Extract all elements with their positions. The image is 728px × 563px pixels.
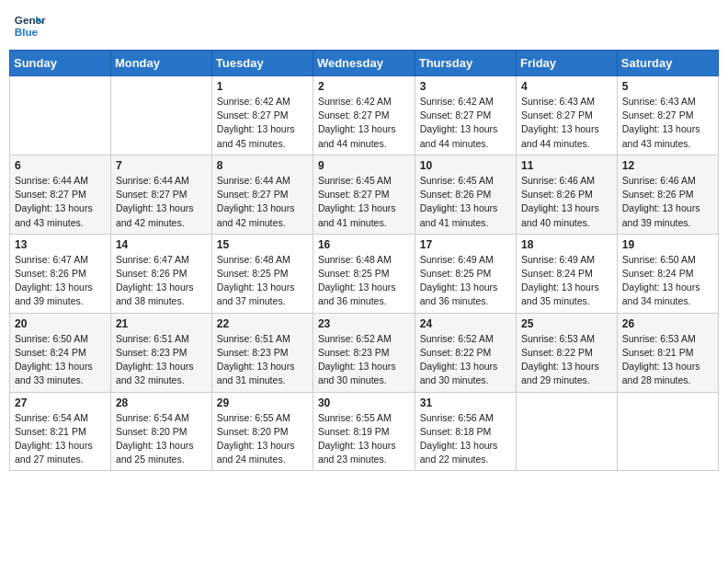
weekday-header-tuesday: Tuesday bbox=[211, 51, 313, 76]
day-number: 16 bbox=[318, 238, 410, 251]
calendar-cell: 12Sunrise: 6:46 AM Sunset: 8:26 PM Dayli… bbox=[617, 155, 718, 234]
cell-content: Sunrise: 6:55 AM Sunset: 8:19 PM Dayligh… bbox=[318, 411, 410, 467]
day-number: 24 bbox=[420, 317, 511, 330]
calendar-cell: 4Sunrise: 6:43 AM Sunset: 8:27 PM Daylig… bbox=[517, 76, 618, 155]
calendar-cell: 19Sunrise: 6:50 AM Sunset: 8:24 PM Dayli… bbox=[617, 234, 718, 313]
calendar-cell: 5Sunrise: 6:43 AM Sunset: 8:27 PM Daylig… bbox=[617, 76, 718, 155]
svg-text:Blue: Blue bbox=[15, 26, 39, 38]
calendar-week-2: 6Sunrise: 6:44 AM Sunset: 8:27 PM Daylig… bbox=[10, 155, 719, 234]
day-number: 21 bbox=[116, 317, 207, 330]
calendar-week-4: 20Sunrise: 6:50 AM Sunset: 8:24 PM Dayli… bbox=[10, 313, 719, 392]
day-number: 13 bbox=[15, 238, 106, 251]
cell-content: Sunrise: 6:44 AM Sunset: 8:27 PM Dayligh… bbox=[217, 174, 308, 230]
cell-content: Sunrise: 6:49 AM Sunset: 8:25 PM Dayligh… bbox=[420, 253, 511, 309]
cell-content: Sunrise: 6:48 AM Sunset: 8:25 PM Dayligh… bbox=[318, 253, 410, 309]
day-number: 7 bbox=[116, 159, 207, 172]
cell-content: Sunrise: 6:55 AM Sunset: 8:20 PM Dayligh… bbox=[217, 411, 308, 467]
calendar-week-1: 1Sunrise: 6:42 AM Sunset: 8:27 PM Daylig… bbox=[10, 76, 719, 155]
day-number: 14 bbox=[116, 238, 207, 251]
day-number: 6 bbox=[15, 159, 106, 172]
calendar-cell: 29Sunrise: 6:55 AM Sunset: 8:20 PM Dayli… bbox=[211, 392, 313, 471]
cell-content: Sunrise: 6:54 AM Sunset: 8:21 PM Dayligh… bbox=[15, 411, 106, 467]
day-number: 3 bbox=[420, 80, 511, 93]
calendar-cell bbox=[517, 392, 618, 471]
calendar-cell: 25Sunrise: 6:53 AM Sunset: 8:22 PM Dayli… bbox=[517, 313, 618, 392]
cell-content: Sunrise: 6:49 AM Sunset: 8:24 PM Dayligh… bbox=[521, 253, 612, 309]
calendar-cell: 16Sunrise: 6:48 AM Sunset: 8:25 PM Dayli… bbox=[313, 234, 415, 313]
day-number: 10 bbox=[420, 159, 511, 172]
cell-content: Sunrise: 6:44 AM Sunset: 8:27 PM Dayligh… bbox=[15, 174, 106, 230]
calendar-cell: 27Sunrise: 6:54 AM Sunset: 8:21 PM Dayli… bbox=[10, 392, 111, 471]
cell-content: Sunrise: 6:50 AM Sunset: 8:24 PM Dayligh… bbox=[15, 332, 106, 388]
day-number: 12 bbox=[622, 159, 713, 172]
cell-content: Sunrise: 6:42 AM Sunset: 8:27 PM Dayligh… bbox=[318, 95, 410, 151]
calendar-cell: 21Sunrise: 6:51 AM Sunset: 8:23 PM Dayli… bbox=[110, 313, 211, 392]
calendar-cell bbox=[617, 392, 718, 471]
cell-content: Sunrise: 6:43 AM Sunset: 8:27 PM Dayligh… bbox=[622, 95, 713, 151]
calendar-cell bbox=[110, 76, 211, 155]
day-number: 9 bbox=[318, 159, 410, 172]
calendar-cell: 11Sunrise: 6:46 AM Sunset: 8:26 PM Dayli… bbox=[517, 155, 618, 234]
page-header: General Blue bbox=[9, 9, 719, 42]
calendar-cell: 23Sunrise: 6:52 AM Sunset: 8:23 PM Dayli… bbox=[313, 313, 415, 392]
day-number: 29 bbox=[217, 396, 308, 409]
day-number: 28 bbox=[116, 396, 207, 409]
day-number: 17 bbox=[420, 238, 511, 251]
day-number: 11 bbox=[521, 159, 612, 172]
cell-content: Sunrise: 6:54 AM Sunset: 8:20 PM Dayligh… bbox=[116, 411, 207, 467]
cell-content: Sunrise: 6:47 AM Sunset: 8:26 PM Dayligh… bbox=[116, 253, 207, 309]
calendar-cell: 28Sunrise: 6:54 AM Sunset: 8:20 PM Dayli… bbox=[110, 392, 211, 471]
cell-content: Sunrise: 6:51 AM Sunset: 8:23 PM Dayligh… bbox=[217, 332, 308, 388]
weekday-header-thursday: Thursday bbox=[415, 51, 516, 76]
weekday-header-friday: Friday bbox=[517, 51, 618, 76]
day-number: 4 bbox=[521, 80, 612, 93]
cell-content: Sunrise: 6:46 AM Sunset: 8:26 PM Dayligh… bbox=[622, 174, 713, 230]
calendar-cell: 26Sunrise: 6:53 AM Sunset: 8:21 PM Dayli… bbox=[617, 313, 718, 392]
day-number: 23 bbox=[318, 317, 410, 330]
day-number: 2 bbox=[318, 80, 410, 93]
weekday-header-monday: Monday bbox=[110, 51, 211, 76]
calendar-cell: 14Sunrise: 6:47 AM Sunset: 8:26 PM Dayli… bbox=[110, 234, 211, 313]
calendar-cell: 8Sunrise: 6:44 AM Sunset: 8:27 PM Daylig… bbox=[211, 155, 313, 234]
calendar-cell: 17Sunrise: 6:49 AM Sunset: 8:25 PM Dayli… bbox=[415, 234, 516, 313]
day-number: 5 bbox=[622, 80, 713, 93]
svg-text:General: General bbox=[15, 14, 46, 26]
calendar-cell: 10Sunrise: 6:45 AM Sunset: 8:26 PM Dayli… bbox=[415, 155, 516, 234]
calendar-cell: 22Sunrise: 6:51 AM Sunset: 8:23 PM Dayli… bbox=[211, 313, 313, 392]
calendar-cell: 20Sunrise: 6:50 AM Sunset: 8:24 PM Dayli… bbox=[10, 313, 111, 392]
cell-content: Sunrise: 6:50 AM Sunset: 8:24 PM Dayligh… bbox=[622, 253, 713, 309]
day-number: 1 bbox=[217, 80, 308, 93]
calendar-week-5: 27Sunrise: 6:54 AM Sunset: 8:21 PM Dayli… bbox=[10, 392, 719, 471]
weekday-header-sunday: Sunday bbox=[10, 51, 111, 76]
cell-content: Sunrise: 6:51 AM Sunset: 8:23 PM Dayligh… bbox=[116, 332, 207, 388]
cell-content: Sunrise: 6:46 AM Sunset: 8:26 PM Dayligh… bbox=[521, 174, 612, 230]
logo: General Blue bbox=[13, 9, 46, 42]
calendar-cell: 24Sunrise: 6:52 AM Sunset: 8:22 PM Dayli… bbox=[415, 313, 516, 392]
calendar-cell: 9Sunrise: 6:45 AM Sunset: 8:27 PM Daylig… bbox=[313, 155, 415, 234]
cell-content: Sunrise: 6:56 AM Sunset: 8:18 PM Dayligh… bbox=[420, 411, 511, 467]
day-number: 30 bbox=[318, 396, 410, 409]
calendar-cell: 3Sunrise: 6:42 AM Sunset: 8:27 PM Daylig… bbox=[415, 76, 516, 155]
cell-content: Sunrise: 6:52 AM Sunset: 8:23 PM Dayligh… bbox=[318, 332, 410, 388]
day-number: 25 bbox=[521, 317, 612, 330]
cell-content: Sunrise: 6:53 AM Sunset: 8:22 PM Dayligh… bbox=[521, 332, 612, 388]
cell-content: Sunrise: 6:47 AM Sunset: 8:26 PM Dayligh… bbox=[15, 253, 106, 309]
cell-content: Sunrise: 6:45 AM Sunset: 8:26 PM Dayligh… bbox=[420, 174, 511, 230]
day-number: 18 bbox=[521, 238, 612, 251]
calendar-cell: 2Sunrise: 6:42 AM Sunset: 8:27 PM Daylig… bbox=[313, 76, 415, 155]
cell-content: Sunrise: 6:53 AM Sunset: 8:21 PM Dayligh… bbox=[622, 332, 713, 388]
cell-content: Sunrise: 6:44 AM Sunset: 8:27 PM Dayligh… bbox=[116, 174, 207, 230]
cell-content: Sunrise: 6:43 AM Sunset: 8:27 PM Dayligh… bbox=[521, 95, 612, 151]
day-number: 26 bbox=[622, 317, 713, 330]
cell-content: Sunrise: 6:52 AM Sunset: 8:22 PM Dayligh… bbox=[420, 332, 511, 388]
weekday-header-saturday: Saturday bbox=[617, 51, 718, 76]
calendar-table: SundayMondayTuesdayWednesdayThursdayFrid… bbox=[9, 50, 719, 471]
calendar-cell bbox=[10, 76, 111, 155]
logo-icon: General Blue bbox=[13, 9, 46, 42]
day-number: 19 bbox=[622, 238, 713, 251]
cell-content: Sunrise: 6:42 AM Sunset: 8:27 PM Dayligh… bbox=[217, 95, 308, 151]
calendar-cell: 1Sunrise: 6:42 AM Sunset: 8:27 PM Daylig… bbox=[211, 76, 313, 155]
calendar-cell: 18Sunrise: 6:49 AM Sunset: 8:24 PM Dayli… bbox=[517, 234, 618, 313]
calendar-cell: 15Sunrise: 6:48 AM Sunset: 8:25 PM Dayli… bbox=[211, 234, 313, 313]
calendar-cell: 31Sunrise: 6:56 AM Sunset: 8:18 PM Dayli… bbox=[415, 392, 516, 471]
